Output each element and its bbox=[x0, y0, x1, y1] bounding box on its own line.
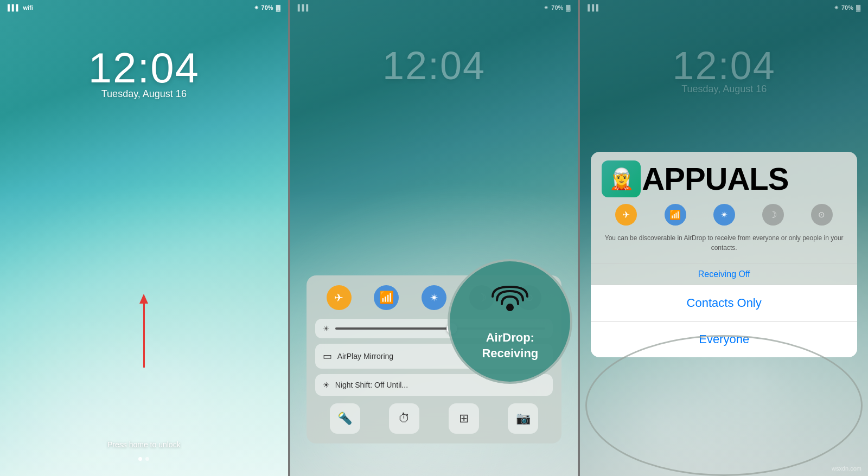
bluetooth-icon-2: ✴ bbox=[544, 4, 548, 11]
appuals-mascot-icon: 🧝 bbox=[602, 160, 641, 197]
airdrop-popup-circle[interactable]: AirDrop: Receiving bbox=[448, 259, 572, 384]
time-display-1: 12:04 bbox=[0, 43, 288, 93]
airdrop-header: 🧝 APPUALS ✈ 📶 ✴ ☽ ⊙ You can be discovera… bbox=[591, 152, 857, 263]
airdrop-description: You can be discoverable in AirDrop to re… bbox=[602, 233, 846, 253]
status-left-1: ▌▌▌ wifi bbox=[8, 4, 33, 11]
slider-fill bbox=[335, 327, 451, 330]
appuals-logo-area: 🧝 APPUALS bbox=[602, 160, 846, 197]
airdrop-settings-panel: ▌▌▌ ✴ 70% ▓ 12:04 Tuesday, August 16 🧝 A… bbox=[580, 0, 868, 476]
dot-active bbox=[138, 457, 142, 461]
signal-icon-3: ▌▌▌ bbox=[588, 4, 600, 11]
status-left-2: ▌▌▌ bbox=[298, 4, 310, 11]
arrow-shaft bbox=[143, 303, 145, 368]
date-display-1: Tuesday, August 16 bbox=[0, 88, 288, 100]
bluetooth-icon-1: ✴ bbox=[254, 4, 259, 11]
signal-icon-2: ▌▌▌ bbox=[298, 4, 310, 11]
status-right-1: ✴ 70% ▓ bbox=[254, 4, 280, 11]
battery-percent-2: 70% bbox=[551, 4, 563, 11]
brightness-icon: ☀ bbox=[323, 324, 330, 333]
status-right-3: ✴ 70% ▓ bbox=[834, 4, 860, 11]
control-center-panel: ▌▌▌ ✴ 70% ▓ 12:04 ✈ 📶 ✴ ☽ ⊙ ☀ bbox=[290, 0, 578, 476]
airplay-label: AirPlay Mirroring bbox=[337, 352, 393, 361]
rot-btn-3[interactable]: ⊙ bbox=[811, 204, 833, 226]
time-display-2: 12:04 bbox=[290, 43, 578, 88]
flashlight-btn[interactable]: 🔦 bbox=[330, 403, 360, 434]
everyone-option[interactable]: Everyone bbox=[591, 321, 857, 357]
watermark: wsxdn.com bbox=[832, 465, 861, 472]
battery-percent-3: 70% bbox=[841, 4, 853, 11]
battery-percent-1: 70% bbox=[261, 4, 273, 11]
status-bar-3: ▌▌▌ ✴ 70% ▓ bbox=[580, 0, 868, 15]
wifi-icon: wifi bbox=[23, 4, 33, 11]
airplay-icon: ▭ bbox=[323, 350, 332, 362]
status-left-3: ▌▌▌ bbox=[588, 4, 600, 11]
dot-1 bbox=[145, 457, 149, 461]
airplane-btn-3[interactable]: ✈ bbox=[615, 204, 637, 226]
nightshift-label: Night Shift: Off Until... bbox=[335, 381, 408, 389]
status-right-2: ✴ 70% ▓ bbox=[544, 4, 570, 11]
bluetooth-btn[interactable]: ✴ bbox=[422, 285, 446, 310]
airdrop-header-toggles: ✈ 📶 ✴ ☽ ⊙ bbox=[602, 204, 846, 226]
dnd-btn-3[interactable]: ☽ bbox=[762, 204, 784, 226]
receiving-off-option[interactable]: Receiving Off bbox=[591, 263, 857, 285]
contacts-only-option[interactable]: Contacts Only bbox=[591, 285, 857, 321]
lock-time-1: 12:04 Tuesday, August 16 bbox=[0, 43, 288, 100]
lock-time-2: 12:04 bbox=[290, 43, 578, 88]
battery-icon-3: ▓ bbox=[856, 4, 860, 11]
svg-point-0 bbox=[506, 304, 514, 311]
time-display-3: 12:04 bbox=[580, 43, 868, 88]
timer-btn[interactable]: ⏱ bbox=[389, 403, 419, 434]
wifi-btn-3[interactable]: 📶 bbox=[665, 204, 686, 226]
airdrop-popup-text: AirDrop: Receiving bbox=[482, 330, 538, 361]
press-home-text: Press home to unlock bbox=[0, 440, 288, 449]
calculator-btn[interactable]: ⊞ bbox=[449, 403, 479, 434]
battery-icon-1: ▓ bbox=[276, 4, 280, 11]
tools-row: 🔦 ⏱ ⊞ 📷 bbox=[315, 403, 553, 434]
battery-icon-2: ▓ bbox=[566, 4, 570, 11]
wifi-btn[interactable]: 📶 bbox=[374, 285, 399, 310]
bt-btn-3[interactable]: ✴ bbox=[713, 204, 735, 226]
camera-btn[interactable]: 📷 bbox=[508, 403, 538, 434]
airdrop-symbol-icon bbox=[491, 281, 529, 325]
nightshift-icon: ☀ bbox=[323, 381, 330, 389]
airdrop-settings-card: 🧝 APPUALS ✈ 📶 ✴ ☽ ⊙ You can be discovera… bbox=[591, 152, 857, 357]
page-dots bbox=[0, 457, 288, 461]
appuals-logo-text: APPUALS bbox=[642, 163, 788, 195]
signal-icon: ▌▌▌ bbox=[8, 4, 20, 11]
swipe-up-arrow bbox=[139, 294, 148, 368]
lock-time-3: 12:04 Tuesday, August 16 bbox=[580, 43, 868, 95]
status-bar-2: ▌▌▌ ✴ 70% ▓ bbox=[290, 0, 578, 15]
bluetooth-icon-3: ✴ bbox=[834, 4, 839, 11]
lock-screen-panel: ▌▌▌ wifi ✴ 70% ▓ 12:04 Tuesday, August 1… bbox=[0, 0, 288, 476]
date-display-3: Tuesday, August 16 bbox=[580, 83, 868, 95]
status-bar-1: ▌▌▌ wifi ✴ 70% ▓ bbox=[0, 0, 288, 15]
airplane-mode-btn[interactable]: ✈ bbox=[327, 285, 352, 310]
